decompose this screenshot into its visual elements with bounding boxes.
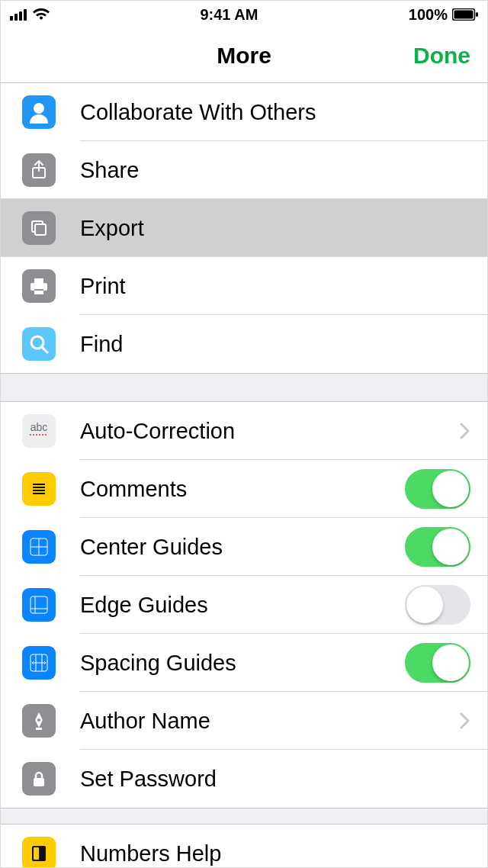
svg-rect-0 [10,16,13,21]
svg-point-7 [34,103,44,114]
row-label: Share [80,158,470,183]
svg-rect-1 [14,14,18,21]
svg-rect-12 [34,278,43,283]
group-settings: abc Auto-Correction Comments Center Guid… [1,402,487,808]
print-icon [22,269,56,303]
spacing-guides-icon [22,646,56,680]
abc-icon: abc [22,414,56,448]
svg-rect-5 [454,11,473,19]
toggle-spacing-guides[interactable] [405,643,470,683]
svg-rect-2 [19,11,22,21]
row-spacing-guides[interactable]: Spacing Guides [1,634,487,692]
row-label: Collaborate With Others [80,100,470,125]
lock-icon [22,762,56,796]
row-find[interactable]: Find [1,315,487,373]
chevron-right-icon [460,712,470,729]
svg-text:abc: abc [30,421,48,433]
group-actions: Collaborate With Others Share Export Pri… [1,83,487,373]
export-icon [22,211,56,245]
toggle-center-guides[interactable] [405,527,470,567]
status-time: 9:41 AM [200,6,258,24]
svg-point-32 [37,719,40,722]
svg-rect-34 [34,778,44,786]
row-set-password[interactable]: Set Password [1,750,487,808]
svg-rect-14 [34,289,43,291]
row-label: Center Guides [80,535,405,560]
chevron-right-icon [460,423,470,439]
book-icon [22,837,56,868]
share-icon [22,153,56,187]
row-export[interactable]: Export [1,199,487,257]
row-print[interactable]: Print [1,257,487,315]
center-guides-icon [22,530,56,564]
section-gap [1,373,487,402]
row-label: Spacing Guides [80,651,405,676]
row-label: Set Password [80,767,470,792]
row-comments[interactable]: Comments [1,460,487,518]
row-auto-correction[interactable]: abc Auto-Correction [1,402,487,460]
screen: 9:41 AM 100% More Done Collaborate With … [0,0,488,868]
toggle-comments[interactable] [405,469,470,509]
section-gap [1,808,487,825]
svg-rect-33 [36,728,42,730]
status-bar: 9:41 AM 100% [1,1,487,28]
row-label: Comments [80,477,405,502]
svg-rect-10 [35,224,46,235]
pen-icon [22,704,56,738]
row-label: Numbers Help [80,841,470,866]
svg-rect-6 [476,12,478,17]
edge-guides-icon [22,588,56,622]
row-share[interactable]: Share [1,141,487,199]
row-label: Print [80,274,470,299]
wifi-icon [33,8,50,21]
group-help: Numbers Help [1,825,487,868]
row-edge-guides[interactable]: Edge Guides [1,576,487,634]
signal-icon [10,8,28,21]
svg-line-16 [42,347,47,352]
battery-percent: 100% [409,6,448,24]
row-label: Find [80,332,470,357]
nav-bar: More Done [1,28,487,83]
done-button[interactable]: Done [413,43,470,69]
row-label: Author Name [80,709,460,734]
row-author-name[interactable]: Author Name [1,692,487,750]
row-label: Auto-Correction [80,419,460,444]
svg-rect-3 [24,9,27,21]
row-center-guides[interactable]: Center Guides [1,518,487,576]
row-numbers-help[interactable]: Numbers Help [1,825,487,868]
status-right: 100% [409,6,478,24]
page-title: More [217,43,271,69]
battery-icon [452,8,478,21]
row-label: Export [80,216,470,241]
search-icon [22,327,56,361]
row-collaborate[interactable]: Collaborate With Others [1,83,487,141]
svg-rect-26 [30,596,47,613]
status-left [10,8,50,21]
row-label: Edge Guides [80,593,405,618]
toggle-edge-guides[interactable] [405,585,470,625]
person-icon [22,95,56,129]
svg-rect-36 [34,847,39,860]
comments-icon [22,472,56,506]
